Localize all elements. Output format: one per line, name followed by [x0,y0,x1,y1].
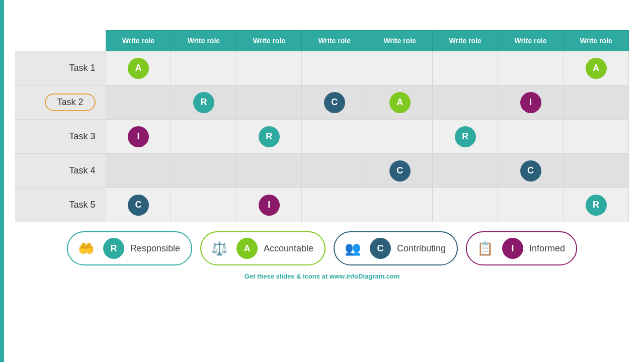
cell-r1-c1: A [106,51,171,85]
cell-r3-c2 [171,120,236,154]
cell-r1-c4 [302,51,367,85]
cell-r5-c7 [498,188,564,222]
badge-C-r4-c5: C [389,160,411,182]
table-row-2: Task 2RCAI [15,85,629,120]
legend-label-i: Informed [529,243,565,254]
cell-r1-c8: A [564,51,629,85]
badge-I-r5-c3: I [259,195,280,216]
legend-label-r: Responsible [130,243,180,254]
cell-r2-c1 [106,85,171,120]
cell-r4-c8 [564,154,629,188]
badge-C-r4-c7: C [520,160,541,182]
cell-r2-c8 [564,85,629,120]
legend-label-a: Accountable [264,243,313,254]
header-col-5: Write role [367,31,433,51]
slide: Write roleWrite roleWrite roleWrite role… [0,0,644,362]
cell-r5-c6 [433,188,498,222]
cell-r3-c1: I [106,120,171,154]
footer: Get these slides & icons at www.infoDiag… [0,270,644,280]
legend-icon-i: 📋 [474,237,496,259]
cell-r4-c3 [236,154,302,188]
cell-r2-c5: A [367,85,433,120]
header-col-3: Write role [236,31,302,51]
badge-A-r2-c5: A [389,92,411,113]
cell-r5-c2 [171,188,236,222]
cell-r2-c7: I [498,85,564,120]
header-col-1: Write role [106,31,171,51]
table-container: Write roleWrite roleWrite roleWrite role… [0,30,644,222]
footer-text: Get these slides & icons at www.infoDiag… [245,273,400,280]
cell-r4-c4 [302,154,367,188]
cell-r5-c3: I [236,188,302,222]
legend-label-c: Contributing [397,243,446,254]
task-label-2: Task 2 [15,85,106,120]
cell-r4-c5: C [367,154,433,188]
task-label-3: Task 3 [15,120,106,154]
table-row-5: Task 5CIR [15,188,629,222]
header-col-2: Write role [171,31,236,51]
badge-R-r3-c6: R [455,126,476,147]
cell-r4-c2 [171,154,236,188]
badge-R-r3-c3: R [259,126,280,147]
cell-r3-c6: R [433,120,498,154]
cell-r1-c2 [171,51,236,85]
cell-r3-c7 [498,120,564,154]
legend-badge-a: A [236,238,258,259]
legend-icon-r: 🤲 [75,237,97,259]
cell-r1-c7 [498,51,564,85]
cell-r2-c4: C [302,85,367,120]
cell-r2-c6 [433,85,498,120]
cell-r3-c8 [564,120,629,154]
legend-badge-r: R [103,238,124,259]
cell-r3-c3: R [236,120,302,154]
header-col-6: Write role [433,31,498,51]
legend-icon-c: 👥 [342,237,364,259]
cell-r2-c2: R [171,85,236,120]
legend-icon-a: ⚖️ [208,237,230,259]
cell-r1-c5 [367,51,433,85]
table-row-1: Task 1AA [15,51,629,85]
table-header-row: Write roleWrite roleWrite roleWrite role… [15,31,629,51]
cell-r4-c1 [106,154,171,188]
title-area [0,0,644,25]
badge-A-r1-c8: A [586,58,607,79]
cell-r5-c1: C [106,188,171,222]
legend-badge-c: C [370,238,391,259]
legend-item-c: 👥CContributing [334,231,458,265]
task-label-4: Task 4 [15,154,106,188]
badge-I-r2-c7: I [520,92,541,113]
cell-r3-c5 [367,120,433,154]
accent-bar [0,0,4,362]
cell-r5-c8: R [564,188,629,222]
legend-item-a: ⚖️AAccountable [200,231,326,265]
cell-r1-c6 [433,51,498,85]
badge-A-r1-c1: A [128,58,149,79]
highlighted-task-label: Task 2 [45,94,95,111]
legend-item-i: 📋IInformed [466,231,577,265]
legend-item-r: 🤲RResponsible [67,231,192,265]
raci-table: Write roleWrite roleWrite roleWrite role… [15,30,629,222]
badge-R-r5-c8: R [586,195,607,216]
cell-r5-c4 [302,188,367,222]
table-row-4: Task 4CC [15,154,629,188]
badge-C-r2-c4: C [324,92,345,113]
cell-r2-c3 [236,85,302,120]
badge-C-r5-c1: C [128,195,149,216]
cell-r4-c7: C [498,154,564,188]
cell-r1-c3 [236,51,302,85]
legend-badge-i: I [502,238,523,259]
brand-name: infoDiagram [346,273,384,280]
cell-r3-c4 [302,120,367,154]
table-row-3: Task 3IRR [15,120,629,154]
task-label-5: Task 5 [15,188,106,222]
legend-area: 🤲RResponsible⚖️AAccountable👥CContributin… [0,222,644,270]
badge-R-r2-c2: R [193,92,214,113]
badge-I-r3-c1: I [128,126,149,147]
header-col-4: Write role [302,31,367,51]
header-col-8: Write role [564,31,629,51]
task-label-1: Task 1 [15,51,106,85]
header-task-col [15,31,106,51]
cell-r5-c5 [367,188,433,222]
cell-r4-c6 [433,154,498,188]
header-col-7: Write role [498,31,564,51]
